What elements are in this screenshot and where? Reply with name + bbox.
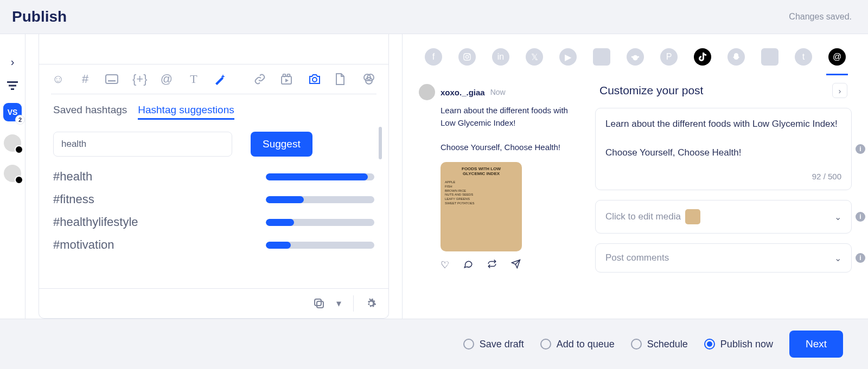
- expand-rail-icon[interactable]: ›: [11, 56, 15, 68]
- linkedin-icon[interactable]: in: [492, 48, 509, 66]
- editor-card: ☺ # {+} @ T: [39, 34, 389, 319]
- publish-now-radio[interactable]: Publish now: [704, 339, 773, 350]
- magic-icon[interactable]: [214, 73, 228, 85]
- schedule-label: Schedule: [647, 339, 688, 350]
- text-icon[interactable]: T: [187, 72, 201, 86]
- left-rail: › VS 2: [0, 34, 25, 319]
- workspace-badge[interactable]: VS 2: [3, 103, 22, 121]
- youtube-icon[interactable]: ▶: [559, 48, 577, 66]
- next-button[interactable]: Next: [789, 331, 843, 358]
- info-icon[interactable]: i: [856, 144, 865, 154]
- svg-point-13: [465, 55, 468, 58]
- emoji-icon[interactable]: ☺: [51, 72, 65, 86]
- post-preview: xoxo._.giaa Now Learn about the differen…: [419, 73, 590, 319]
- x-icon[interactable]: 𝕏: [526, 48, 543, 66]
- gear-icon[interactable]: [366, 298, 376, 309]
- blog-icon[interactable]: [761, 48, 778, 66]
- customize-next-icon[interactable]: ›: [832, 83, 847, 98]
- customize-text-card[interactable]: Learn about the different foods with Low…: [595, 108, 852, 190]
- camera-icon[interactable]: [308, 74, 322, 85]
- repost-icon[interactable]: [487, 259, 497, 271]
- share-icon[interactable]: [511, 259, 521, 271]
- hashtag-suggestion[interactable]: #fitness: [53, 189, 374, 210]
- hashtag-score-bar: [266, 196, 374, 203]
- info-icon[interactable]: i: [856, 212, 865, 222]
- svg-marker-5: [285, 79, 289, 82]
- tumblr-icon[interactable]: t: [795, 48, 812, 66]
- hashtag-input[interactable]: [53, 132, 232, 157]
- filter-icon[interactable]: [7, 81, 18, 90]
- preview-actions: ♡: [441, 259, 579, 271]
- tab-saved-hashtags[interactable]: Saved hashtags: [53, 104, 127, 120]
- instagram-icon[interactable]: [458, 48, 476, 66]
- gmb-icon[interactable]: [593, 48, 610, 66]
- tab-hashtag-suggestions[interactable]: Hashtag suggestions: [138, 104, 234, 120]
- tiktok-icon[interactable]: [694, 48, 711, 66]
- mention-icon[interactable]: @: [159, 72, 174, 86]
- svg-rect-1: [108, 80, 116, 82]
- account-avatar-1[interactable]: [4, 134, 21, 152]
- chevron-down-icon: ⌄: [834, 253, 841, 263]
- document-icon[interactable]: [335, 73, 349, 85]
- info-icon[interactable]: i: [856, 253, 865, 263]
- svg-point-4: [288, 74, 290, 77]
- reddit-icon[interactable]: [627, 48, 644, 66]
- preview-image-title: FOODS WITH LOW GLYCEMIC INDEX: [445, 166, 518, 176]
- preview-username: xoxo._.giaa: [441, 88, 485, 97]
- hashtag-score-bar: [266, 173, 374, 180]
- pinterest-icon[interactable]: P: [660, 48, 678, 66]
- chevron-down-icon: ⌄: [834, 212, 841, 222]
- svg-point-6: [312, 77, 317, 82]
- editor-footer-tools: ▾: [39, 288, 388, 318]
- schedule-radio[interactable]: Schedule: [631, 339, 688, 350]
- main-area: › VS 2 ☺ # {+} @ T: [0, 34, 868, 319]
- save-status: Changes saved.: [789, 12, 852, 22]
- hashtag-list: #health#fitness#healthylifestyle#motivat…: [51, 166, 376, 255]
- link-icon[interactable]: [254, 73, 268, 85]
- preview-panel: f in 𝕏 ▶ P t @ xoxo._.giaa Now Learn abo…: [403, 34, 868, 319]
- scrollbar[interactable]: [379, 127, 382, 159]
- page-title: Publish: [12, 8, 67, 25]
- add-to-queue-radio[interactable]: Add to queue: [540, 339, 615, 350]
- video-icon[interactable]: [281, 74, 295, 85]
- hashtag-suggestion[interactable]: #health: [53, 166, 374, 187]
- svg-rect-10: [317, 301, 323, 308]
- hashtag-label: #healthylifestyle: [53, 215, 138, 229]
- svg-point-15: [633, 55, 638, 61]
- footer-bar: Save draft Add to queue Schedule Publish…: [0, 319, 868, 369]
- account-avatar-2[interactable]: [4, 165, 21, 182]
- svg-point-14: [469, 54, 470, 55]
- overlap-icon[interactable]: [362, 73, 376, 86]
- hashtag-label: #motivation: [53, 238, 114, 252]
- edit-media-label: Click to edit media: [605, 211, 681, 222]
- hashtag-dropdown: Saved hashtags Hashtag suggestions Sugge…: [51, 94, 376, 255]
- customize-heading: Customize your post: [599, 84, 703, 97]
- facebook-icon[interactable]: f: [425, 48, 442, 66]
- customize-panel: Customize your post › Learn about the di…: [595, 73, 852, 319]
- copy-icon[interactable]: [314, 298, 324, 309]
- caption-icon[interactable]: [105, 74, 119, 84]
- svg-point-17: [637, 56, 639, 57]
- svg-rect-11: [315, 299, 321, 306]
- suggest-button[interactable]: Suggest: [251, 132, 312, 157]
- template-icon[interactable]: {+}: [132, 72, 146, 86]
- threads-mini-icon: [15, 176, 23, 184]
- hashtag-score-bar: [266, 219, 374, 226]
- tiktok-mini-icon: [15, 145, 23, 154]
- save-draft-radio[interactable]: Save draft: [463, 339, 524, 350]
- hashtag-suggestion[interactable]: #healthylifestyle: [53, 212, 374, 232]
- comment-icon[interactable]: [463, 259, 473, 271]
- publish-now-label: Publish now: [720, 339, 773, 350]
- hashtag-suggestion[interactable]: #motivation: [53, 235, 374, 255]
- compose-area[interactable]: [39, 34, 388, 64]
- snapchat-icon[interactable]: [727, 48, 745, 66]
- hashtag-tabs: Saved hashtags Hashtag suggestions: [51, 100, 376, 125]
- svg-point-3: [283, 74, 286, 77]
- like-icon[interactable]: ♡: [441, 259, 449, 271]
- edit-media-card[interactable]: Click to edit media ⌄ i: [595, 200, 852, 234]
- dropdown-icon[interactable]: ▾: [336, 297, 341, 309]
- post-comments-card[interactable]: Post comments ⌄ i: [595, 243, 852, 273]
- threads-icon[interactable]: @: [828, 48, 846, 66]
- hashtag-icon[interactable]: #: [78, 72, 92, 86]
- char-counter: 92 / 500: [605, 172, 841, 181]
